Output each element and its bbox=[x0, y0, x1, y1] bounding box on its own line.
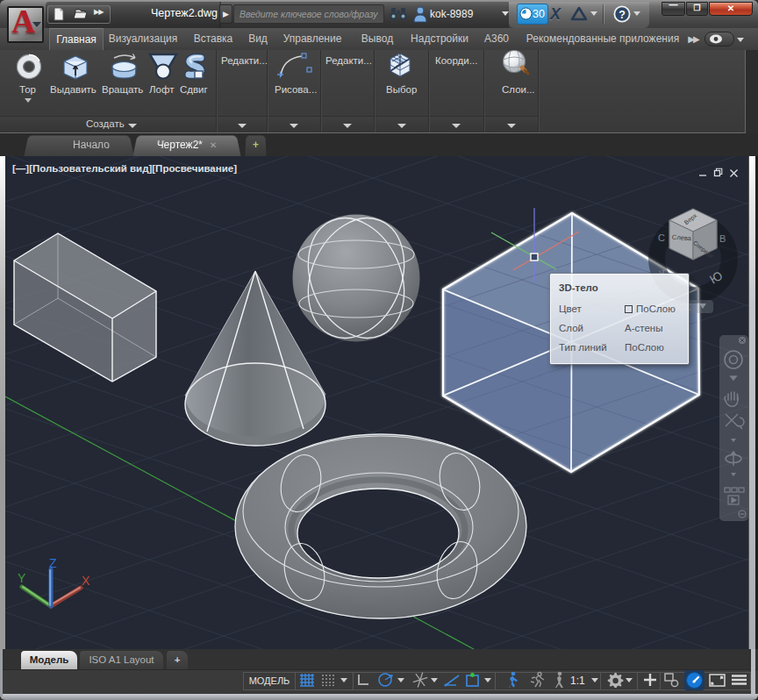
svg-text:[—][Пользовательский вид][Прос: [—][Пользовательский вид][Просвечивание] bbox=[12, 163, 237, 174]
svg-text:Слева: Слева bbox=[672, 233, 692, 243]
svg-text:X: X bbox=[82, 574, 90, 588]
svg-text:Y: Y bbox=[18, 571, 26, 585]
svg-text:?: ? bbox=[619, 9, 626, 21]
svg-text:С: С bbox=[658, 232, 665, 243]
svg-text:Z: Z bbox=[49, 556, 57, 570]
svg-text:В: В bbox=[719, 233, 726, 244]
